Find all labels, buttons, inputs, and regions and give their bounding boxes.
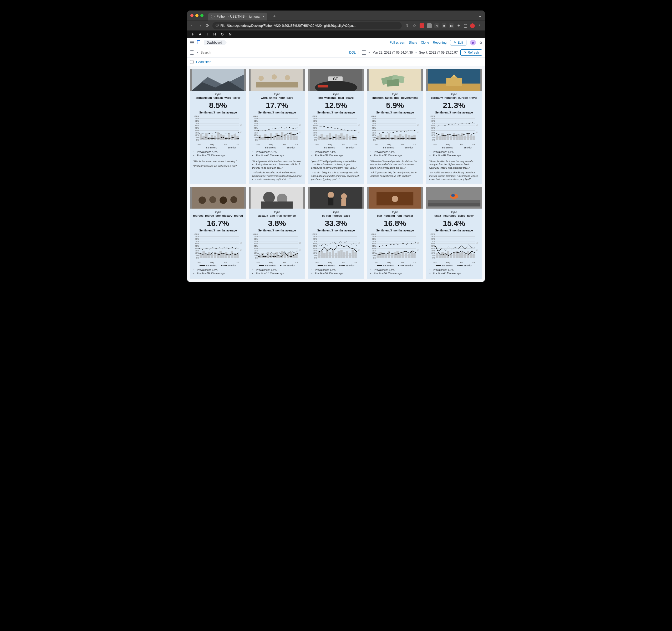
svg-text:70%: 70% xyxy=(254,240,258,242)
topic-card[interactable]: topic bah_housing_rent_market 16.8% Sent… xyxy=(367,187,423,279)
svg-text:60%: 60% xyxy=(313,125,317,127)
svg-text:60%: 60% xyxy=(431,125,435,127)
tabs-menu-icon[interactable]: ⌄ xyxy=(478,13,482,18)
svg-text:20%: 20% xyxy=(254,134,258,136)
prevalence-value: Prevalence: 1.5% xyxy=(197,269,242,271)
extension-icon[interactable] xyxy=(427,23,432,28)
svg-text:80%: 80% xyxy=(254,120,258,122)
chevron-down-icon[interactable]: ▾ xyxy=(197,51,198,54)
legend-sentiment: Sentiment xyxy=(324,146,335,149)
svg-text:20%: 20% xyxy=(313,134,317,136)
svg-text:10%: 10% xyxy=(254,255,258,256)
reporting-link[interactable]: Reporting xyxy=(433,41,447,44)
star-icon[interactable]: ☆ xyxy=(412,24,416,28)
svg-text:80%: 80% xyxy=(372,238,376,239)
calendar-icon[interactable] xyxy=(362,50,366,55)
svg-text:80%: 80% xyxy=(431,120,435,122)
topic-card[interactable]: topic assault_adc_trial_evidence 3.8% Se… xyxy=(249,187,305,279)
extension-icon[interactable]: ◧ xyxy=(449,23,454,28)
svg-text:0%: 0% xyxy=(373,139,376,141)
topic-label: topic xyxy=(311,93,361,96)
search-input[interactable] xyxy=(200,51,346,54)
svg-text:50%: 50% xyxy=(254,245,258,247)
share-link[interactable]: Share xyxy=(409,41,417,44)
extension-icon[interactable]: ▣ xyxy=(442,23,447,28)
refresh-button[interactable]: ⟳ Refresh xyxy=(460,49,482,56)
close-window-button[interactable] xyxy=(190,14,193,17)
back-icon[interactable]: ← xyxy=(190,24,195,28)
forward-icon[interactable]: → xyxy=(198,24,202,28)
breadcrumb[interactable]: Dashboard xyxy=(204,40,225,45)
svg-text:40%: 40% xyxy=(254,247,258,249)
svg-text:20%: 20% xyxy=(195,134,199,136)
svg-rect-308 xyxy=(341,199,346,206)
svg-text:40: 40 xyxy=(417,124,419,126)
prevalence-value: Prevalence: 2.2% xyxy=(256,151,301,153)
chart-xaxis: AprMayJunJul xyxy=(429,144,479,146)
card-thumbnail xyxy=(308,187,364,208)
legend-emotion: Emotion xyxy=(405,264,413,267)
url-field[interactable]: ⓘ File /Users/peterbray/Desktop/Fathom%2… xyxy=(212,22,402,29)
puzzle-icon[interactable]: ✦ xyxy=(456,24,461,28)
refresh-label: Refresh xyxy=(468,51,479,54)
minimize-window-button[interactable] xyxy=(195,14,198,17)
sentiment-pct: 16.7% xyxy=(193,219,243,228)
extension-icon[interactable] xyxy=(419,23,424,28)
card-grid: topic afghanistan_taliban_wars_terror 8.… xyxy=(187,66,485,282)
svg-text:0%: 0% xyxy=(196,257,199,259)
reload-icon[interactable]: ⟳ xyxy=(205,24,209,28)
svg-text:0%: 0% xyxy=(432,139,435,141)
svg-rect-342 xyxy=(343,252,345,258)
app-logo-icon[interactable] xyxy=(197,40,201,45)
edit-button[interactable]: ✎ Edit xyxy=(450,40,466,46)
svg-text:10%: 10% xyxy=(313,255,317,256)
topic-card[interactable]: topic retirees_retiree_commissary_retire… xyxy=(190,187,246,279)
svg-text:80%: 80% xyxy=(195,120,199,122)
svg-rect-264 xyxy=(261,201,293,208)
hamburger-icon[interactable] xyxy=(190,41,194,44)
topic-card[interactable]: topic inflation_taxes_gdp_government 5.9… xyxy=(367,69,423,184)
svg-text:100%: 100% xyxy=(430,233,435,235)
svg-text:100%: 100% xyxy=(430,116,435,117)
svg-text:0%: 0% xyxy=(255,257,258,259)
avatar[interactable]: p xyxy=(470,40,476,46)
svg-text:100%: 100% xyxy=(312,233,317,235)
svg-rect-384 xyxy=(402,252,404,258)
sentiment-subhead: Sentiment 3 months average xyxy=(193,229,243,232)
share-icon[interactable]: ⇪ xyxy=(405,24,409,28)
filter-icon[interactable] xyxy=(190,50,194,55)
chart-xaxis: AprMayJunJul xyxy=(311,261,361,264)
new-tab-button[interactable]: + xyxy=(273,14,276,19)
extension-icon[interactable]: N xyxy=(434,23,439,28)
svg-rect-385 xyxy=(405,253,407,258)
topic-card[interactable]: topic afghanistan_taliban_wars_terror 8.… xyxy=(190,69,246,184)
svg-rect-32 xyxy=(214,136,216,140)
fullscreen-link[interactable]: Full screen xyxy=(390,41,405,44)
topic-card[interactable]: topic germany_ramstein_europe_travel 21.… xyxy=(426,69,482,184)
chevron-down-icon[interactable]: ▾ xyxy=(368,51,370,54)
topic-card[interactable]: topic work_shifts_hour_days 17.7% Sentim… xyxy=(249,69,305,184)
tab-close-icon[interactable]: × xyxy=(262,15,264,19)
svg-text:70%: 70% xyxy=(372,122,376,124)
gear-icon[interactable]: ✿ xyxy=(480,41,482,44)
expand-icon[interactable] xyxy=(190,60,193,64)
sentiment-subhead: Sentiment 3 months average xyxy=(193,111,243,114)
menu-icon[interactable]: ⋮ xyxy=(477,24,482,28)
profile-icon[interactable] xyxy=(470,23,475,28)
date-to: Sep 7, 2022 @ 09:13:26.97 xyxy=(419,51,458,54)
dql-toggle[interactable]: DQL xyxy=(349,51,356,54)
svg-rect-427 xyxy=(458,253,461,258)
topic-card[interactable]: GT topic gtc_warrants_usaf_guard 12.5% S… xyxy=(308,69,364,184)
topic-card[interactable]: topic pt_run_fitness_pace 33.3% Sentimen… xyxy=(308,187,364,279)
prevalence-value: Prevalence: 1.2% xyxy=(433,269,478,271)
clone-link[interactable]: Clone xyxy=(421,41,429,44)
panel-icon[interactable]: ▢ xyxy=(463,24,467,28)
svg-text:40%: 40% xyxy=(254,129,258,131)
svg-rect-381 xyxy=(393,252,396,258)
browser-tab[interactable]: Fathom - USE THIS - high qual × xyxy=(208,12,267,21)
date-range[interactable]: Mar 22, 2022 @ 05:54:04.36 → Sep 7, 2022… xyxy=(373,51,458,54)
svg-text:30%: 30% xyxy=(372,250,376,251)
add-filter-link[interactable]: + Add filter xyxy=(196,60,211,64)
maximize-window-button[interactable] xyxy=(200,14,203,17)
topic-card[interactable]: topic usaa_insurance_geico_navy 15.4% Se… xyxy=(426,187,482,279)
